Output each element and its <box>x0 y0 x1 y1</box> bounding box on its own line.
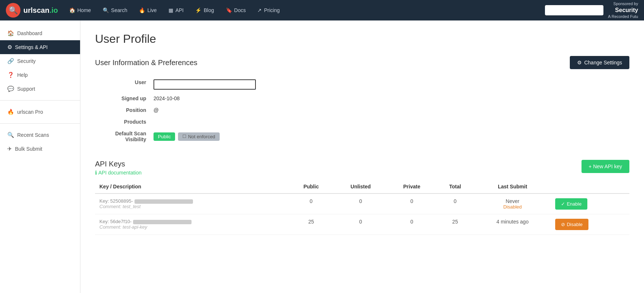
key-unlisted-2: 0 <box>334 214 388 235</box>
position-value: @ <box>154 104 351 116</box>
key-last-submit-1: Never Disabled <box>474 194 551 214</box>
position-label: Position <box>95 104 154 116</box>
api-key-row-1: Key: 52508895- Comment: test_test 0 0 0 … <box>95 194 629 214</box>
disable-button-2[interactable]: ⊘ Disable <box>555 219 588 230</box>
nav-home[interactable]: 🏠 Home <box>64 4 96 16</box>
sidebar-item-security[interactable]: 🔗 Security <box>0 54 80 68</box>
change-settings-button[interactable]: ⚙ Change Settings <box>570 56 629 69</box>
gear-icon: ⚙ <box>7 44 12 50</box>
sponsored-block: Sponsored by Security A Recorded Futu <box>608 1 638 19</box>
send-icon: ✈ <box>7 146 12 152</box>
col-public: Public <box>289 180 334 194</box>
api-keys-header: API Keys ℹ API documentation + New API k… <box>95 160 629 176</box>
link-icon: 🔗 <box>7 58 14 64</box>
key-last-submit-2: 4 minutes ago <box>474 214 551 235</box>
sidebar-item-support[interactable]: 💬 Support <box>0 82 80 96</box>
key-total-2: 25 <box>436 214 474 235</box>
api-icon: ▦ <box>168 7 173 13</box>
visibility-label: Default Scan Visibility <box>95 128 154 145</box>
gear-icon: ⚙ <box>577 60 582 65</box>
chat-icon: 💬 <box>7 86 14 92</box>
sidebar-item-recent-scans[interactable]: 🔍 Recent Scans <box>0 128 80 142</box>
search-icon: 🔍 <box>7 132 14 138</box>
key-comment-1: Comment: test_test <box>99 204 284 209</box>
key-blurred-2 <box>133 220 192 224</box>
api-keys-title: API Keys <box>95 160 141 168</box>
enable-button-1[interactable]: ✓ Enable <box>555 198 587 210</box>
key-id-2: Key: 56de7f10- <box>99 219 284 224</box>
bookmark-icon: 🔖 <box>226 7 232 13</box>
col-total: Total <box>436 180 474 194</box>
sidebar-item-dashboard[interactable]: 🏠 Dashboard <box>0 26 80 40</box>
api-keys-left: API Keys ℹ API documentation <box>95 160 141 176</box>
key-desc-2: Key: 56de7f10- Comment: test-api-key <box>95 214 289 235</box>
fire-icon: 🔥 <box>7 109 14 115</box>
sidebar-item-help[interactable]: ❓ Help <box>0 68 80 82</box>
key-private-2: 0 <box>388 214 436 235</box>
user-info-section: User Information & Preferences ⚙ Change … <box>95 56 629 145</box>
badge-not-enforced[interactable]: ☐ Not enforced <box>178 132 219 141</box>
col-private: Private <box>388 180 436 194</box>
badge-public[interactable]: Public <box>154 132 175 141</box>
key-unlisted-1: 0 <box>334 194 388 214</box>
key-desc-1: Key: 52508895- Comment: test_test <box>95 194 289 214</box>
key-id-1: Key: 52508895- <box>99 198 284 204</box>
key-action-cell-2: ⊘ Disable <box>551 214 629 235</box>
help-icon: ❓ <box>7 72 14 78</box>
nav-api[interactable]: ▦ API <box>163 4 189 16</box>
key-total-1: 0 <box>436 194 474 214</box>
nav-blog[interactable]: ⚡ Blog <box>190 4 219 16</box>
signed-up-value: 2024-10-08 <box>154 93 351 104</box>
search-icon: 🔍 <box>103 7 109 13</box>
home-icon: 🏠 <box>7 30 14 37</box>
api-key-row-2: Key: 56de7f10- Comment: test-api-key 25 … <box>95 214 629 235</box>
key-comment-2: Comment: test-api-key <box>99 224 284 230</box>
products-label: Products <box>95 116 154 128</box>
ban-icon: ⊘ <box>561 222 565 227</box>
signed-up-label: Signed up <box>95 93 154 104</box>
checkbox-icon: ☐ <box>182 134 186 139</box>
api-table-head: Key / Description Public Unlisted Privat… <box>95 180 629 194</box>
api-table-body: Key: 52508895- Comment: test_test 0 0 0 … <box>95 194 629 235</box>
col-key-desc: Key / Description <box>95 180 289 194</box>
user-info-table: User Signed up 2024-10-08 Position @ Pro… <box>95 76 351 145</box>
col-action <box>551 180 629 194</box>
navbar: 🔍 urlscan.io 🏠 Home 🔍 Search 🔥 Live ▦ AP… <box>0 0 644 20</box>
sidebar-item-settings[interactable]: ⚙ Settings & API <box>0 40 80 54</box>
key-public-2: 25 <box>289 214 334 235</box>
nav-live[interactable]: 🔥 Live <box>134 4 162 16</box>
nav-search-input[interactable] <box>545 5 603 15</box>
sidebar-divider-1 <box>0 100 80 101</box>
visibility-value: Public ☐ Not enforced <box>154 128 351 145</box>
brand-icon: 🔍 <box>6 3 20 18</box>
sidebar-divider-2 <box>0 123 80 124</box>
api-table-header-row: Key / Description Public Unlisted Privat… <box>95 180 629 194</box>
new-api-key-button[interactable]: + New API key <box>582 160 629 173</box>
api-keys-section: API Keys ℹ API documentation + New API k… <box>95 160 629 235</box>
nav-search[interactable]: 🔍 Search <box>98 4 132 16</box>
brand-logo[interactable]: 🔍 urlscan.io <box>6 3 58 18</box>
main-content: User Profile User Information & Preferen… <box>80 20 644 293</box>
brand-name: urlscan.io <box>23 6 58 15</box>
home-icon: 🏠 <box>69 7 75 13</box>
api-keys-table: Key / Description Public Unlisted Privat… <box>95 180 629 235</box>
user-info-header: User Information & Preferences ⚙ Change … <box>95 56 629 69</box>
sidebar-item-bulk-submit[interactable]: ✈ Bulk Submit <box>0 142 80 156</box>
col-unlisted: Unlisted <box>334 180 388 194</box>
products-value <box>154 116 351 128</box>
check-icon: ✓ <box>561 201 565 207</box>
user-value <box>154 76 351 93</box>
user-info-title: User Information & Preferences <box>95 59 197 67</box>
key-blurred-1 <box>135 199 193 204</box>
info-icon: ℹ <box>95 170 97 176</box>
user-input[interactable] <box>154 79 256 90</box>
col-last-submit: Last Submit <box>474 180 551 194</box>
sidebar-item-urlscan-pro[interactable]: 🔥 urlscan Pro <box>0 105 80 119</box>
key-private-1: 0 <box>388 194 436 214</box>
sidebar: 🏠 Dashboard ⚙ Settings & API 🔗 Security … <box>0 20 80 293</box>
page-title: User Profile <box>95 32 629 46</box>
key-status-1: Disabled <box>479 204 546 210</box>
nav-pricing[interactable]: ↗ Pricing <box>252 4 285 16</box>
api-doc-link[interactable]: ℹ API documentation <box>95 170 141 176</box>
nav-docs[interactable]: 🔖 Docs <box>221 4 251 16</box>
